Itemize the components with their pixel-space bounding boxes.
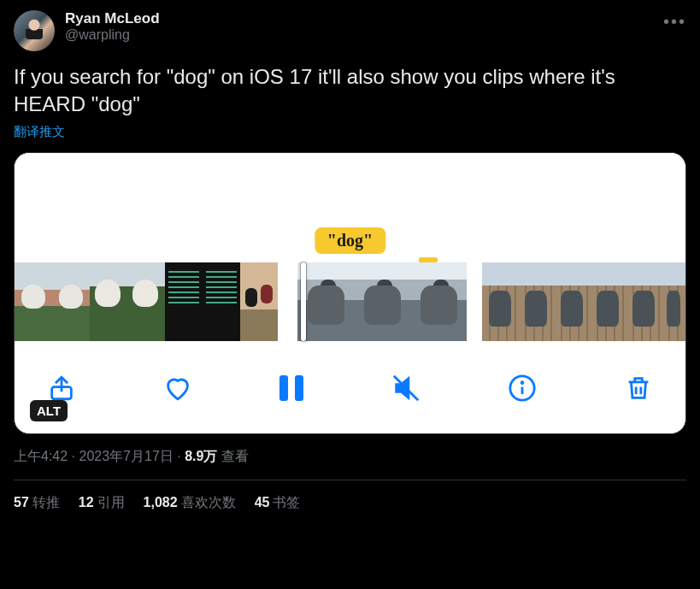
media-card[interactable]: "dog": [14, 152, 686, 434]
video-frame: [626, 262, 662, 341]
tweet-text: If you search for "dog" on iOS 17 it'll …: [14, 63, 686, 119]
tweet-header: Ryan McLeod @warpling •••: [14, 10, 686, 51]
quotes-stat[interactable]: 12引用: [79, 494, 125, 512]
views-label: 查看: [221, 449, 249, 463]
tweet-container: Ryan McLeod @warpling ••• If you search …: [0, 0, 700, 522]
translate-link[interactable]: 翻译推文: [14, 124, 65, 140]
author-block[interactable]: Ryan McLeod @warpling: [65, 10, 653, 43]
video-frame: [590, 262, 626, 341]
pause-button[interactable]: [279, 375, 303, 401]
quotes-count: 12: [79, 495, 94, 509]
mute-button[interactable]: [391, 374, 421, 403]
views-count: 8.9万: [185, 449, 217, 463]
video-frame: [52, 262, 90, 341]
share-icon: [47, 374, 76, 403]
video-frame: [203, 262, 240, 341]
video-frame: [410, 262, 467, 341]
video-frame: [240, 262, 278, 341]
video-frame: [90, 262, 127, 341]
video-frame: [354, 262, 410, 341]
bookmarks-stat[interactable]: 45书签: [255, 494, 301, 512]
likes-stat[interactable]: 1,082喜欢次数: [144, 494, 236, 512]
quotes-label: 引用: [97, 495, 125, 509]
search-result-tag: "dog": [315, 227, 385, 254]
likes-count: 1,082: [144, 495, 178, 509]
delete-button[interactable]: [624, 374, 653, 403]
media-toolbar: [15, 341, 685, 418]
bookmarks-count: 45: [255, 495, 270, 509]
handle: @warpling: [65, 27, 653, 43]
filmstrip[interactable]: [15, 262, 685, 341]
likes-label: 喜欢次数: [181, 495, 236, 509]
video-frame: [554, 262, 590, 341]
avatar[interactable]: [14, 10, 55, 51]
clip-group-2: [297, 262, 467, 341]
tweet-date[interactable]: 2023年7月17日: [79, 449, 173, 463]
svg-point-4: [521, 382, 523, 384]
pause-icon: [279, 375, 303, 401]
heart-icon: [163, 374, 192, 403]
video-frame: [662, 262, 685, 341]
video-frame: [165, 262, 203, 341]
video-frame: [15, 262, 52, 341]
clip-gap: [467, 262, 482, 341]
info-button[interactable]: [508, 374, 537, 403]
media-top: "dog": [15, 153, 685, 262]
display-name: Ryan McLeod: [65, 10, 653, 27]
trash-icon: [624, 374, 653, 403]
alt-badge[interactable]: ALT: [30, 400, 68, 421]
video-frame: [127, 262, 165, 341]
speaker-muted-icon: [391, 374, 421, 403]
retweets-label: 转推: [32, 495, 60, 509]
video-frame: [482, 262, 518, 341]
retweets-stat[interactable]: 57转推: [14, 494, 60, 512]
info-icon: [508, 374, 537, 403]
retweets-count: 57: [14, 495, 29, 509]
share-button[interactable]: [47, 374, 76, 403]
bookmarks-label: 书签: [273, 495, 300, 509]
clip-group-1: [15, 262, 278, 341]
playhead[interactable]: [301, 262, 306, 341]
like-button[interactable]: [163, 374, 192, 403]
clip-gap: [278, 262, 297, 341]
clip-group-3: [482, 262, 685, 341]
stats-row: 57转推 12引用 1,082喜欢次数 45书签: [14, 480, 686, 512]
tweet-time[interactable]: 上午4:42: [14, 449, 68, 463]
tweet-meta: 上午4:42 · 2023年7月17日 · 8.9万 查看: [14, 448, 686, 466]
video-frame: [518, 262, 554, 341]
more-icon[interactable]: •••: [663, 10, 686, 32]
video-frame: [297, 262, 354, 341]
